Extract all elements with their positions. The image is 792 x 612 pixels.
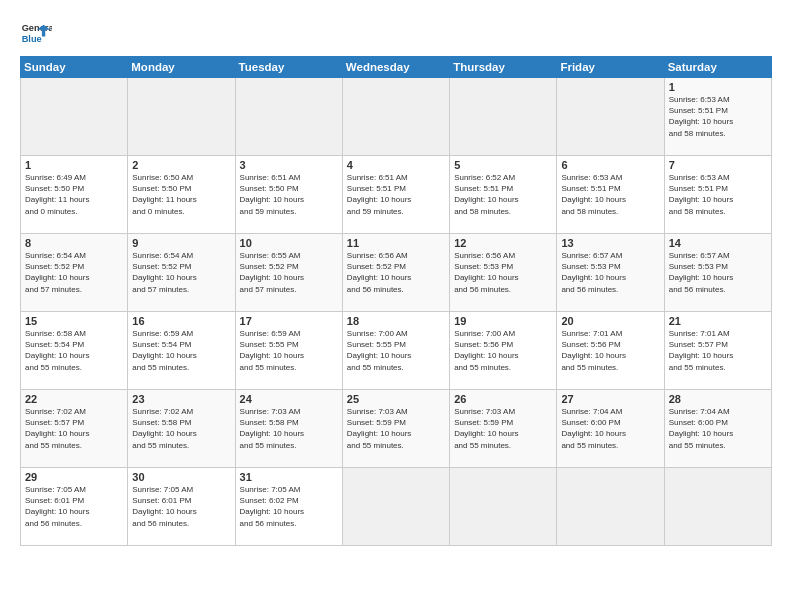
- day-info: Sunrise: 7:04 AMSunset: 6:00 PMDaylight:…: [669, 406, 767, 451]
- calendar-cell: 23Sunrise: 7:02 AMSunset: 5:58 PMDayligh…: [128, 390, 235, 468]
- day-number: 1: [25, 159, 123, 171]
- calendar-cell: 31Sunrise: 7:05 AMSunset: 6:02 PMDayligh…: [235, 468, 342, 546]
- day-number: 7: [669, 159, 767, 171]
- day-number: 31: [240, 471, 338, 483]
- calendar-cell: 20Sunrise: 7:01 AMSunset: 5:56 PMDayligh…: [557, 312, 664, 390]
- calendar-cell: 13Sunrise: 6:57 AMSunset: 5:53 PMDayligh…: [557, 234, 664, 312]
- calendar-cell: 8Sunrise: 6:54 AMSunset: 5:52 PMDaylight…: [21, 234, 128, 312]
- calendar-cell: 17Sunrise: 6:59 AMSunset: 5:55 PMDayligh…: [235, 312, 342, 390]
- calendar-cell: 29Sunrise: 7:05 AMSunset: 6:01 PMDayligh…: [21, 468, 128, 546]
- day-number: 9: [132, 237, 230, 249]
- day-info: Sunrise: 7:00 AMSunset: 5:55 PMDaylight:…: [347, 328, 445, 373]
- calendar-cell: 30Sunrise: 7:05 AMSunset: 6:01 PMDayligh…: [128, 468, 235, 546]
- day-info: Sunrise: 6:51 AMSunset: 5:50 PMDaylight:…: [240, 172, 338, 217]
- logo: General Blue: [20, 18, 54, 50]
- day-info: Sunrise: 6:53 AMSunset: 5:51 PMDaylight:…: [669, 172, 767, 217]
- day-number: 8: [25, 237, 123, 249]
- day-info: Sunrise: 7:04 AMSunset: 6:00 PMDaylight:…: [561, 406, 659, 451]
- calendar-cell: 27Sunrise: 7:04 AMSunset: 6:00 PMDayligh…: [557, 390, 664, 468]
- day-info: Sunrise: 7:03 AMSunset: 5:58 PMDaylight:…: [240, 406, 338, 451]
- weekday-header-cell: Sunday: [21, 57, 128, 78]
- day-number: 16: [132, 315, 230, 327]
- day-number: 14: [669, 237, 767, 249]
- day-number: 24: [240, 393, 338, 405]
- calendar-week-row: 29Sunrise: 7:05 AMSunset: 6:01 PMDayligh…: [21, 468, 772, 546]
- calendar-cell: [450, 468, 557, 546]
- day-number: 11: [347, 237, 445, 249]
- day-number: 27: [561, 393, 659, 405]
- weekday-header-cell: Tuesday: [235, 57, 342, 78]
- calendar-cell: 1Sunrise: 6:49 AMSunset: 5:50 PMDaylight…: [21, 156, 128, 234]
- weekday-header: SundayMondayTuesdayWednesdayThursdayFrid…: [21, 57, 772, 78]
- day-info: Sunrise: 6:52 AMSunset: 5:51 PMDaylight:…: [454, 172, 552, 217]
- day-number: 1: [669, 81, 767, 93]
- svg-text:Blue: Blue: [22, 34, 42, 44]
- day-info: Sunrise: 6:57 AMSunset: 5:53 PMDaylight:…: [561, 250, 659, 295]
- weekday-header-cell: Friday: [557, 57, 664, 78]
- calendar-body: 1Sunrise: 6:53 AMSunset: 5:51 PMDaylight…: [21, 78, 772, 546]
- calendar-week-row: 15Sunrise: 6:58 AMSunset: 5:54 PMDayligh…: [21, 312, 772, 390]
- day-number: 23: [132, 393, 230, 405]
- weekday-header-cell: Saturday: [664, 57, 771, 78]
- calendar-cell: 22Sunrise: 7:02 AMSunset: 5:57 PMDayligh…: [21, 390, 128, 468]
- day-info: Sunrise: 6:55 AMSunset: 5:52 PMDaylight:…: [240, 250, 338, 295]
- calendar-week-row: 22Sunrise: 7:02 AMSunset: 5:57 PMDayligh…: [21, 390, 772, 468]
- calendar-cell: [557, 468, 664, 546]
- day-info: Sunrise: 7:01 AMSunset: 5:57 PMDaylight:…: [669, 328, 767, 373]
- weekday-header-cell: Thursday: [450, 57, 557, 78]
- calendar-cell: 9Sunrise: 6:54 AMSunset: 5:52 PMDaylight…: [128, 234, 235, 312]
- calendar-cell: 21Sunrise: 7:01 AMSunset: 5:57 PMDayligh…: [664, 312, 771, 390]
- day-info: Sunrise: 6:57 AMSunset: 5:53 PMDaylight:…: [669, 250, 767, 295]
- day-info: Sunrise: 7:01 AMSunset: 5:56 PMDaylight:…: [561, 328, 659, 373]
- day-info: Sunrise: 6:56 AMSunset: 5:52 PMDaylight:…: [347, 250, 445, 295]
- weekday-header-cell: Monday: [128, 57, 235, 78]
- day-number: 28: [669, 393, 767, 405]
- day-number: 25: [347, 393, 445, 405]
- calendar-cell: 14Sunrise: 6:57 AMSunset: 5:53 PMDayligh…: [664, 234, 771, 312]
- day-info: Sunrise: 7:05 AMSunset: 6:01 PMDaylight:…: [132, 484, 230, 529]
- day-info: Sunrise: 6:56 AMSunset: 5:53 PMDaylight:…: [454, 250, 552, 295]
- calendar-week-row: 1Sunrise: 6:49 AMSunset: 5:50 PMDaylight…: [21, 156, 772, 234]
- calendar-cell: [664, 468, 771, 546]
- calendar-cell: 6Sunrise: 6:53 AMSunset: 5:51 PMDaylight…: [557, 156, 664, 234]
- day-number: 20: [561, 315, 659, 327]
- day-number: 5: [454, 159, 552, 171]
- calendar-cell: 7Sunrise: 6:53 AMSunset: 5:51 PMDaylight…: [664, 156, 771, 234]
- day-number: 26: [454, 393, 552, 405]
- calendar-cell: 4Sunrise: 6:51 AMSunset: 5:51 PMDaylight…: [342, 156, 449, 234]
- logo-icon: General Blue: [20, 18, 52, 50]
- day-info: Sunrise: 6:51 AMSunset: 5:51 PMDaylight:…: [347, 172, 445, 217]
- weekday-header-cell: Wednesday: [342, 57, 449, 78]
- day-info: Sunrise: 7:02 AMSunset: 5:57 PMDaylight:…: [25, 406, 123, 451]
- calendar-cell: [342, 468, 449, 546]
- day-info: Sunrise: 6:53 AMSunset: 5:51 PMDaylight:…: [669, 94, 767, 139]
- day-number: 21: [669, 315, 767, 327]
- calendar-cell: 19Sunrise: 7:00 AMSunset: 5:56 PMDayligh…: [450, 312, 557, 390]
- day-number: 6: [561, 159, 659, 171]
- day-number: 22: [25, 393, 123, 405]
- calendar-cell: 16Sunrise: 6:59 AMSunset: 5:54 PMDayligh…: [128, 312, 235, 390]
- calendar-cell: [557, 78, 664, 156]
- day-info: Sunrise: 6:59 AMSunset: 5:54 PMDaylight:…: [132, 328, 230, 373]
- day-info: Sunrise: 6:53 AMSunset: 5:51 PMDaylight:…: [561, 172, 659, 217]
- day-number: 17: [240, 315, 338, 327]
- day-info: Sunrise: 6:58 AMSunset: 5:54 PMDaylight:…: [25, 328, 123, 373]
- calendar-cell: [21, 78, 128, 156]
- day-info: Sunrise: 6:54 AMSunset: 5:52 PMDaylight:…: [132, 250, 230, 295]
- calendar-week-row: 8Sunrise: 6:54 AMSunset: 5:52 PMDaylight…: [21, 234, 772, 312]
- calendar-cell: 15Sunrise: 6:58 AMSunset: 5:54 PMDayligh…: [21, 312, 128, 390]
- day-number: 19: [454, 315, 552, 327]
- day-info: Sunrise: 6:50 AMSunset: 5:50 PMDaylight:…: [132, 172, 230, 217]
- calendar-cell: [235, 78, 342, 156]
- day-number: 13: [561, 237, 659, 249]
- day-info: Sunrise: 6:49 AMSunset: 5:50 PMDaylight:…: [25, 172, 123, 217]
- day-number: 29: [25, 471, 123, 483]
- day-number: 3: [240, 159, 338, 171]
- calendar-cell: 11Sunrise: 6:56 AMSunset: 5:52 PMDayligh…: [342, 234, 449, 312]
- calendar: SundayMondayTuesdayWednesdayThursdayFrid…: [20, 56, 772, 546]
- calendar-cell: [342, 78, 449, 156]
- day-info: Sunrise: 7:03 AMSunset: 5:59 PMDaylight:…: [347, 406, 445, 451]
- calendar-cell: 26Sunrise: 7:03 AMSunset: 5:59 PMDayligh…: [450, 390, 557, 468]
- calendar-cell: [450, 78, 557, 156]
- calendar-cell: 5Sunrise: 6:52 AMSunset: 5:51 PMDaylight…: [450, 156, 557, 234]
